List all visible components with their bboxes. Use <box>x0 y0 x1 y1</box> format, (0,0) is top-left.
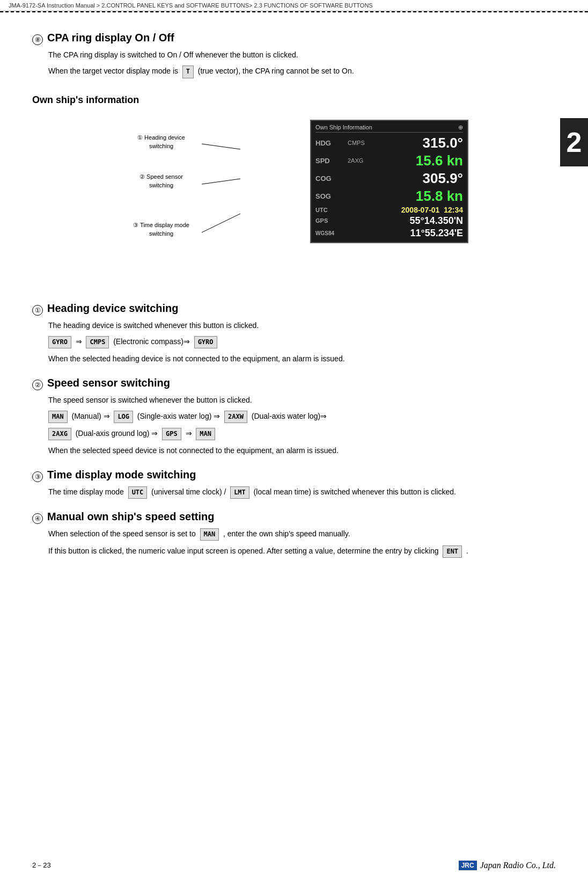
speed-num-circle: ② <box>32 380 43 390</box>
osi-sog-label: SOG <box>315 192 348 200</box>
cpa-para1: The CPA ring display is switched to On /… <box>48 49 556 61</box>
speed-section-heading: ② Speed sensor switching <box>32 377 556 390</box>
svg-line-1 <box>202 179 240 184</box>
badge-man-1: MAN <box>48 411 68 423</box>
badge-log: LOG <box>114 411 133 423</box>
heading-sequence: GYRO ⇒ CMPS (Electronic compass)⇒ GYRO <box>48 336 556 348</box>
manual-speed-body: When selection of the speed sensor is se… <box>48 528 556 558</box>
badge-man-2: MAN <box>196 428 215 440</box>
cpa-title: CPA ring display On / Off <box>47 32 174 44</box>
badge-utc: UTC <box>128 486 148 499</box>
osi-cog-row: COG 305.9° <box>315 170 463 187</box>
osi-spd-row: SPD 2AXG 15.6 kn <box>315 152 463 169</box>
osi-cog-value: 305.9° <box>380 170 463 187</box>
time-num-circle: ③ <box>32 471 43 482</box>
badge-gps: GPS <box>162 428 181 440</box>
svg-line-2 <box>202 214 240 232</box>
time-body: The time display mode UTC (universal tim… <box>48 486 556 499</box>
footer: 2－23 JRC Japan Radio Co., Ltd. <box>0 861 588 870</box>
page-number: 2－23 <box>32 861 51 870</box>
osi-wgs84-row: WGS84 11°55.234'E <box>315 228 463 239</box>
breadcrumb: JMA-9172-SA Instruction Manual > 2.CONTR… <box>0 0 588 11</box>
speed-sequence: MAN (Manual) ⇒ LOG (Single-axis water lo… <box>48 410 556 423</box>
svg-line-0 <box>202 144 240 149</box>
osi-sog-value: 15.8 kn <box>380 188 463 205</box>
badge-ent: ENT <box>443 545 462 558</box>
company-name: Japan Radio Co., Ltd. <box>480 861 556 870</box>
osi-panel: Own Ship Information ⊕ HDG CMPS 315.0° S… <box>310 120 468 243</box>
manual-speed-para2: If this button is clicked, the numeric v… <box>48 545 556 558</box>
speed-body: The speed sensor is switched whenever th… <box>48 394 556 457</box>
speed-sequence-2: 2AXG (Dual-axis ground log) ⇒ GPS ⇒ MAN <box>48 427 556 440</box>
diagram-area: ① Heading deviceswitching ② Speed sensor… <box>122 114 466 286</box>
manual-speed-heading: ④ Manual own ship's speed setting <box>32 511 556 523</box>
osi-gps-label: GPS <box>315 217 348 224</box>
osi-wgs84-value: 11°55.234'E <box>348 228 463 239</box>
time-para1: The time display mode UTC (universal tim… <box>48 486 556 499</box>
time-title: Time display mode switching <box>47 469 196 481</box>
osi-spd-label: SPD <box>315 157 348 165</box>
osi-hdg-label: HDG <box>315 139 348 147</box>
badge-gyro-1: GYRO <box>48 336 71 348</box>
badge-cmps: CMPS <box>86 336 109 348</box>
osi-wgs84-label: WGS84 <box>315 230 348 236</box>
jrc-badge: JRC <box>459 861 477 870</box>
badge-lmt: LMT <box>230 486 249 499</box>
callout-speed: ② Speed sensorswitching <box>122 172 200 191</box>
heading-title: Heading device switching <box>47 302 179 315</box>
osi-hdg-value: 315.0° <box>380 135 463 151</box>
osi-utc-value: 2008-07-01 12:34 <box>348 206 463 214</box>
osi-hdg-row: HDG CMPS 315.0° <box>315 135 463 151</box>
cpa-body: The CPA ring display is switched to On /… <box>48 49 556 78</box>
footer-logo: JRC Japan Radio Co., Ltd. <box>459 861 556 870</box>
osi-utc-row: UTC 2008-07-01 12:34 <box>315 206 463 214</box>
badge-man-speed: MAN <box>200 528 219 541</box>
manual-speed-title: Manual own ship's speed setting <box>47 511 214 523</box>
heading-body: The heading device is switched whenever … <box>48 319 556 365</box>
cpa-heading: ⑧ CPA ring display On / Off <box>32 32 556 45</box>
osi-sog-row: SOG 15.8 kn <box>315 188 463 205</box>
manual-speed-para1: When selection of the speed sensor is se… <box>48 528 556 541</box>
cpa-para2: When the target vector display mode is T… <box>48 65 556 78</box>
heading-para2: When the selected heading device is not … <box>48 353 556 365</box>
own-ship-section: Own ship's information ① Heading devices… <box>32 94 556 558</box>
osi-spd-value: 15.6 kn <box>380 152 463 169</box>
cpa-circle-num: ⑧ <box>32 34 43 45</box>
speed-para2: When the selected speed device is not co… <box>48 445 556 456</box>
speed-para1: The speed sensor is switched whenever th… <box>48 394 556 406</box>
time-section-heading: ③ Time display mode switching <box>32 469 556 482</box>
heading-num-circle: ① <box>32 305 43 316</box>
badge-2axw: 2AXW <box>224 411 247 423</box>
osi-hdg-sensor: CMPS <box>348 140 380 146</box>
osi-title-bar: Own Ship Information ⊕ <box>315 124 463 133</box>
heading-section-heading: ① Heading device switching <box>32 302 556 315</box>
callout-time: ③ Time display modeswitching <box>122 221 200 239</box>
manual-speed-num-circle: ④ <box>32 513 43 524</box>
badge-t: T <box>182 65 194 78</box>
osi-title: Own Ship Information <box>315 124 372 130</box>
osi-gps-row: GPS 55°14.350'N <box>315 215 463 227</box>
speed-title: Speed sensor switching <box>47 377 170 389</box>
osi-cog-label: COG <box>315 174 348 183</box>
own-ship-title: Own ship's information <box>32 94 556 106</box>
osi-gps-value: 55°14.350'N <box>348 215 463 227</box>
heading-para1: The heading device is switched whenever … <box>48 319 556 331</box>
osi-utc-label: UTC <box>315 207 348 213</box>
callout-heading: ① Heading deviceswitching <box>122 133 200 151</box>
osi-spd-sensor: 2AXG <box>348 157 380 164</box>
badge-2axg: 2AXG <box>48 428 71 440</box>
osi-icon: ⊕ <box>458 124 463 131</box>
cpa-section: ⑧ CPA ring display On / Off The CPA ring… <box>32 32 556 78</box>
badge-gyro-2: GYRO <box>194 336 217 348</box>
chapter-badge: 2 <box>560 118 588 166</box>
